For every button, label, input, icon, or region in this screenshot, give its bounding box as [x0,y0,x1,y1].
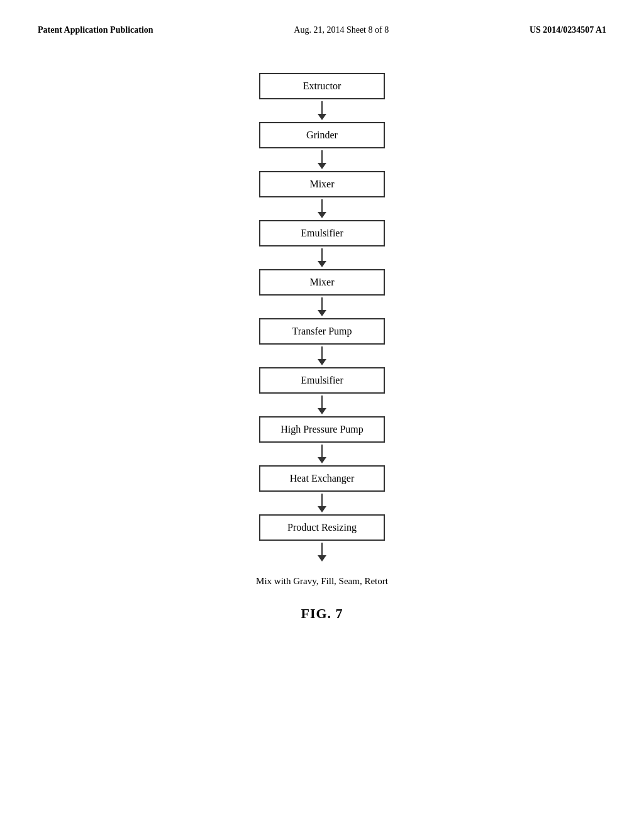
arrow-head-7 [318,408,326,414]
arrow-1 [318,99,326,122]
arrow-10 [318,541,326,563]
arrow-head-1 [318,114,326,120]
arrow-4 [318,246,326,269]
arrow-line-2 [321,150,323,163]
emulsifier1-box: Emulsifier [259,220,385,246]
extructor-box: Extructor [259,73,385,99]
arrow-9 [318,492,326,514]
arrow-line-4 [321,248,323,261]
grinder-box: Grinder [259,122,385,148]
arrow-line-3 [321,199,323,212]
arrow-head-2 [318,163,326,169]
publication-label: Patent Application Publication [38,25,153,35]
diagram-container: Extructor Grinder Mixer Emulsifier [38,73,606,622]
page-header: Patent Application Publication Aug. 21, … [38,25,606,35]
arrow-line-1 [321,101,323,114]
arrow-head-8 [318,457,326,463]
arrow-2 [318,148,326,171]
arrow-5 [318,296,326,318]
arrow-3 [318,197,326,220]
arrow-7 [318,394,326,416]
arrow-head-9 [318,506,326,512]
high-pressure-pump-box: High Pressure Pump [259,416,385,443]
mixer2-box: Mixer [259,269,385,296]
figure-label: FIG. 7 [301,606,343,622]
flowchart: Extructor Grinder Mixer Emulsifier [259,73,385,563]
mixer1-box: Mixer [259,171,385,197]
date-sheet-label: Aug. 21, 2014 Sheet 8 of 8 [294,25,389,35]
page: Patent Application Publication Aug. 21, … [0,0,644,830]
arrow-head-5 [318,310,326,316]
arrow-6 [318,345,326,367]
product-resizing-box: Product Resizing [259,514,385,541]
emulsifier2-box: Emulsifier [259,367,385,394]
arrow-head-3 [318,212,326,218]
bottom-text: Mix with Gravy, Fill, Seam, Retort [256,576,388,587]
arrow-line-10 [321,543,323,555]
arrow-line-6 [321,346,323,359]
arrow-head-6 [318,359,326,365]
transfer-pump-box: Transfer Pump [259,318,385,345]
arrow-head-10 [318,555,326,562]
arrow-line-7 [321,396,323,408]
arrow-line-5 [321,297,323,310]
arrow-line-9 [321,494,323,506]
arrow-line-8 [321,445,323,457]
arrow-head-4 [318,261,326,267]
heat-exchanger-box: Heat Exchanger [259,465,385,492]
arrow-8 [318,443,326,465]
patent-number-label: US 2014/0234507 A1 [530,25,606,35]
